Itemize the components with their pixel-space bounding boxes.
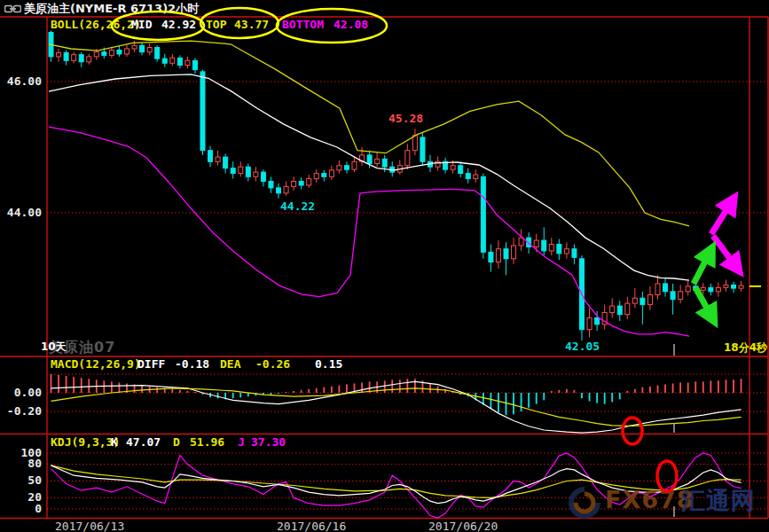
fx678-logo-icon <box>569 487 600 522</box>
price-chart-canvas[interactable] <box>0 0 769 532</box>
link-icon[interactable] <box>4 4 21 16</box>
boll-top-label: TOP <box>206 19 226 30</box>
price-axis-label: 44.00 <box>0 207 42 218</box>
macd-axis-label: 0.00 <box>0 387 42 398</box>
price-annotation-low2: 42.05 <box>565 340 600 352</box>
price-annotation-high: 45.28 <box>388 113 423 124</box>
date-tick: 2017/06/16 <box>277 520 346 532</box>
boll-indicator-label[interactable]: BOLL(26,26,2) <box>51 19 141 30</box>
huitong-watermark: 汇通网 <box>681 485 756 517</box>
macd-bar-value: 0.15 <box>315 358 342 370</box>
kdj-j-value: 37.30 <box>251 436 286 448</box>
date-tick: 2017/06/20 <box>428 520 498 532</box>
boll-bottom-value: 42.08 <box>333 19 368 30</box>
macd-indicator-label[interactable]: MACD(12,26,9) <box>51 358 141 370</box>
boll-mid-value: 42.92 <box>161 19 196 30</box>
price-annotation-low1: 44.22 <box>280 200 315 212</box>
boll-bottom-label: BOTTOM <box>282 19 324 30</box>
macd-dea-label: DEA <box>220 358 240 370</box>
trading-chart-window: 美原油主(NYME-R 6713)2小时 BOLL(26,26,2) MID 4… <box>0 0 769 532</box>
chart-title: 美原油主(NYME-R 6713)2小时 <box>24 3 199 14</box>
date-tick: 2017/06/13 <box>55 520 124 532</box>
kdj-axis-label: 50 <box>0 474 42 486</box>
price-axis-label: 46.00 <box>0 75 42 87</box>
kdj-d-value: 51.96 <box>190 436 224 448</box>
kdj-j-label: J <box>238 436 245 448</box>
countdown-timer: 18分4秒 <box>724 342 767 353</box>
kdj-k-value: 47.07 <box>126 436 161 448</box>
period-selector[interactable]: 10天 <box>41 341 67 352</box>
boll-top-value: 43.77 <box>234 19 269 30</box>
kdj-indicator-label[interactable]: KDJ(9,3,3) <box>51 436 120 448</box>
boll-mid-label: MID <box>131 19 152 30</box>
kdj-axis-label: 80 <box>0 458 42 469</box>
kdj-k-label: K <box>111 436 118 448</box>
macd-diff-value: -0.18 <box>175 358 209 370</box>
kdj-d-label: D <box>173 436 180 448</box>
macd-axis-label: -0.20 <box>0 405 42 417</box>
macd-dea-value: -0.26 <box>255 358 290 370</box>
kdj-axis-label: 0 <box>0 503 42 514</box>
macd-diff-label: DIFF <box>137 358 165 370</box>
